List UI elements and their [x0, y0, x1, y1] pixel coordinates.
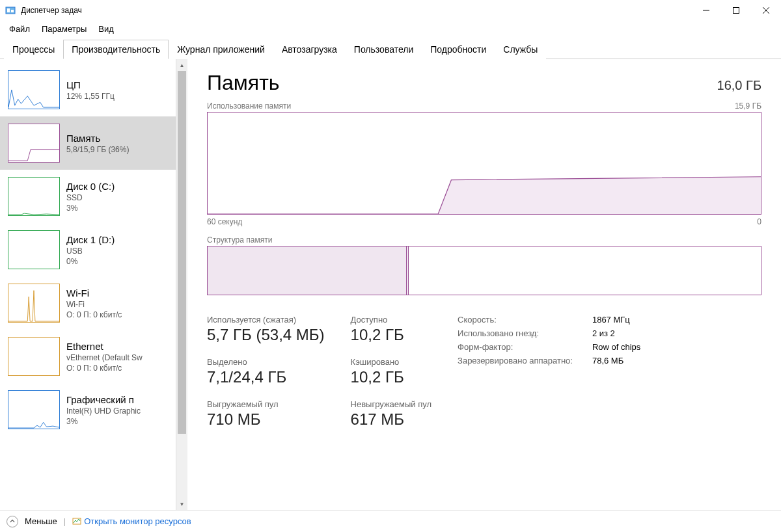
app-icon — [5, 5, 16, 16]
stat-cached: Кэшировано 10,2 ГБ — [351, 357, 432, 386]
spec-hwres-v: 78,6 МБ — [592, 356, 640, 366]
tab-performance[interactable]: Производительность — [63, 40, 169, 59]
sidebar-item-ethernet[interactable]: Ethernet vEthernet (Default Sw О: 0 П: 0… — [0, 330, 176, 383]
stat-committed-label: Выделено — [207, 357, 325, 367]
stat-nonpaged-label: Невыгружаемый пул — [351, 399, 432, 409]
stat-paged: Выгружаемый пул 710 МБ — [207, 399, 325, 429]
chart-axis-left: 60 секунд — [207, 217, 242, 226]
memory-composition-chart — [207, 246, 761, 295]
wifi-thumb — [8, 284, 60, 323]
gpu-name: Графический п — [66, 394, 168, 405]
sidebar-item-disk1[interactable]: Диск 1 (D:) USB 0% — [0, 223, 176, 276]
tab-services[interactable]: Службы — [495, 40, 546, 59]
titlebar: Диспетчер задач — [0, 0, 781, 21]
spec-form-k: Форм-фактор: — [458, 342, 573, 352]
menu-options[interactable]: Параметры — [36, 23, 92, 35]
chart-label-row: Использование памяти 15,9 ГБ — [207, 101, 761, 111]
main-header: Память 16,0 ГБ — [207, 71, 761, 95]
cpu-thumb — [8, 70, 60, 109]
gpu-sub1: Intel(R) UHD Graphic — [66, 406, 168, 416]
tabstrip: Процессы Производительность Журнал прило… — [0, 36, 781, 59]
sidebar-item-cpu[interactable]: ЦП 12% 1,55 ГГц — [0, 63, 176, 116]
disk0-thumb — [8, 177, 60, 216]
tab-details[interactable]: Подробности — [422, 40, 495, 59]
wifi-sub1: Wi-Fi — [66, 300, 168, 309]
stat-cached-value: 10,2 ГБ — [351, 368, 432, 386]
scroll-track[interactable] — [176, 71, 187, 498]
minimize-button[interactable] — [691, 0, 721, 21]
mem-struct-label: Структура памяти — [207, 235, 761, 245]
disk0-name: Диск 0 (C:) — [66, 181, 168, 192]
sidebar-item-gpu[interactable]: Графический п Intel(R) UHD Graphic 3% — [0, 383, 176, 436]
ethernet-sub2: О: 0 П: 0 кбит/с — [66, 364, 168, 373]
performance-sidebar: ЦП 12% 1,55 ГГц Память 5,8/15,9 ГБ (36%) — [0, 59, 176, 510]
disk1-name: Диск 1 (D:) — [66, 234, 168, 245]
scroll-up-icon[interactable]: ▲ — [176, 59, 187, 71]
spec-form-v: Row of chips — [592, 342, 640, 352]
resource-monitor-icon — [72, 517, 81, 526]
memory-name: Память — [66, 133, 168, 144]
window-controls — [691, 0, 781, 21]
menu-view[interactable]: Вид — [93, 23, 119, 35]
sidebar-wrap: ЦП 12% 1,55 ГГц Память 5,8/15,9 ГБ (36%) — [0, 59, 187, 510]
menubar: Файл Параметры Вид — [0, 21, 781, 36]
stat-available-value: 10,2 ГБ — [351, 326, 432, 344]
chart-label-left: Использование памяти — [207, 101, 291, 111]
sidebar-item-memory[interactable]: Память 5,8/15,9 ГБ (36%) — [0, 116, 176, 170]
menu-file[interactable]: Файл — [4, 23, 35, 35]
stat-committed-value: 7,1/24,4 ГБ — [207, 368, 325, 386]
sidebar-scrollbar[interactable]: ▲ ▼ — [176, 59, 187, 510]
gpu-thumb — [8, 390, 60, 429]
chart-label-right: 15,9 ГБ — [735, 101, 761, 111]
spec-speed-v: 1867 МГц — [592, 315, 640, 325]
maximize-button[interactable] — [721, 0, 751, 21]
tab-users[interactable]: Пользователи — [346, 40, 422, 59]
open-resource-monitor-label: Открыть монитор ресурсов — [84, 516, 191, 526]
window-title: Диспетчер задач — [21, 6, 691, 15]
stat-used-label: Используется (сжатая) — [207, 315, 325, 325]
stat-used: Используется (сжатая) 5,7 ГБ (53,4 МБ) — [207, 315, 325, 344]
mem-seg-inuse — [208, 246, 407, 295]
sidebar-item-disk0[interactable]: Диск 0 (C:) SSD 3% — [0, 170, 176, 223]
memory-usage-chart — [207, 112, 761, 215]
memory-sub: 5,8/15,9 ГБ (36%) — [66, 145, 168, 154]
stat-cached-label: Кэшировано — [351, 357, 432, 367]
footer: Меньше | Открыть монитор ресурсов — [0, 510, 781, 532]
spec-hwres-k: Зарезервировано аппаратно: — [458, 356, 573, 366]
stat-paged-label: Выгружаемый пул — [207, 399, 325, 409]
stat-committed: Выделено 7,1/24,4 ГБ — [207, 357, 325, 386]
stat-paged-value: 710 МБ — [207, 410, 325, 429]
scroll-thumb[interactable] — [178, 71, 186, 434]
fewer-details-label[interactable]: Меньше — [25, 516, 57, 526]
stat-nonpaged: Невыгружаемый пул 617 МБ — [351, 399, 432, 429]
svg-rect-1 — [7, 8, 10, 12]
stat-nonpaged-value: 617 МБ — [351, 410, 432, 429]
wifi-name: Wi-Fi — [66, 287, 168, 299]
tab-startup[interactable]: Автозагрузка — [273, 40, 346, 59]
disk0-sub2: 3% — [66, 204, 168, 213]
stat-available-label: Доступно — [351, 315, 432, 325]
disk1-sub1: USB — [66, 246, 168, 256]
close-button[interactable] — [751, 0, 781, 21]
svg-rect-2 — [11, 10, 14, 12]
mem-seg-available — [409, 246, 761, 295]
tab-processes[interactable]: Процессы — [4, 40, 63, 59]
ethernet-name: Ethernet — [66, 341, 168, 352]
chart-axis-right: 0 — [757, 217, 761, 226]
wifi-sub2: О: 0 П: 0 кбит/с — [66, 310, 168, 319]
svg-rect-4 — [733, 8, 739, 14]
spec-slots-k: Использовано гнезд: — [458, 328, 573, 338]
fewer-details-button[interactable] — [7, 516, 18, 527]
sidebar-item-wifi[interactable]: Wi-Fi Wi-Fi О: 0 П: 0 кбит/с — [0, 276, 176, 330]
main-pane: Память 16,0 ГБ Использование памяти 15,9… — [187, 59, 781, 510]
tab-apphistory[interactable]: Журнал приложений — [169, 40, 273, 59]
total-memory: 16,0 ГБ — [717, 78, 761, 93]
chart-axis-row: 60 секунд 0 — [207, 217, 761, 226]
spec-speed-k: Скорость: — [458, 315, 573, 325]
stat-available: Доступно 10,2 ГБ — [351, 315, 432, 344]
stats-left: Используется (сжатая) 5,7 ГБ (53,4 МБ) Д… — [207, 315, 432, 429]
scroll-down-icon[interactable]: ▼ — [176, 498, 187, 510]
spec-slots-v: 2 из 2 — [592, 328, 640, 338]
stat-used-value: 5,7 ГБ (53,4 МБ) — [207, 326, 325, 344]
open-resource-monitor-link[interactable]: Открыть монитор ресурсов — [72, 516, 191, 526]
